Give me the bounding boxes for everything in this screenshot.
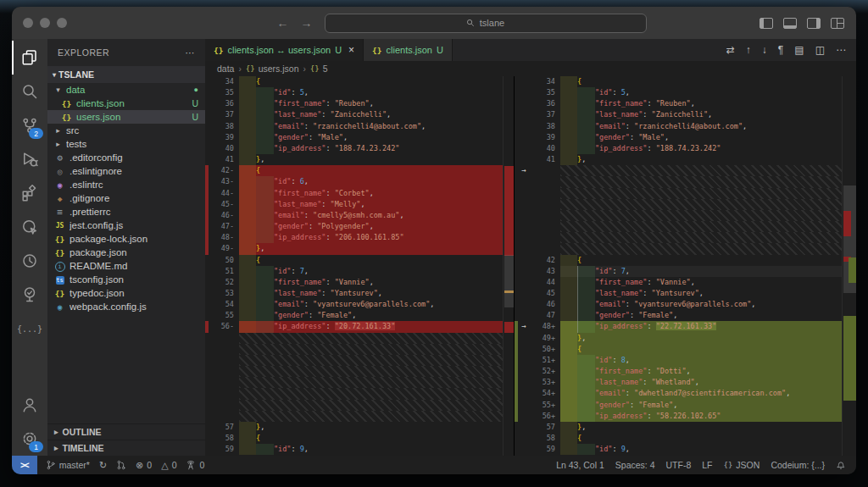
error-status-item[interactable]: ⊗0	[136, 460, 152, 470]
scrollbar-slider[interactable]	[843, 185, 856, 293]
tree-item-tests[interactable]: ▸tests	[47, 137, 205, 151]
diff-filler-line[interactable]: →	[515, 165, 842, 176]
diff-filler-line[interactable]	[515, 210, 842, 221]
diff-filler-line[interactable]	[205, 411, 503, 422]
sync-status-item[interactable]: ↻	[99, 461, 107, 470]
diff-filler-line[interactable]	[205, 333, 503, 344]
diff-line-right-43[interactable]: 43"id": 7,	[515, 266, 842, 277]
diff-filler-line[interactable]	[515, 176, 842, 187]
diff-filler-line[interactable]	[205, 366, 503, 377]
open-file-icon[interactable]: ▤	[794, 45, 804, 55]
settings-gear-icon[interactable]: 1	[12, 422, 47, 456]
diff-line-right-51[interactable]: 51+"id": 8,	[515, 355, 842, 366]
bell-status-item[interactable]	[836, 460, 846, 470]
status-status-item[interactable]: Codeium: {...}	[771, 460, 825, 470]
diff-line-left-53[interactable]: 53"last_name": "Yantsurev",	[205, 288, 503, 299]
diff-line-right-58[interactable]: 58{	[515, 433, 842, 444]
tree-item-data[interactable]: ▾data●	[47, 83, 205, 97]
pr-status-item[interactable]	[116, 460, 126, 470]
next-change-icon[interactable]: ↓	[762, 45, 767, 55]
diff-line-left-57[interactable]: 57},	[205, 422, 503, 433]
diff-line-left-47[interactable]: 47-"gender": "Polygender",	[205, 221, 503, 232]
diff-line-left-34[interactable]: 34{	[205, 76, 503, 87]
inline-view-toggle-icon[interactable]: ⇄	[726, 45, 735, 55]
diff-line-left-42[interactable]: 42-{	[205, 165, 503, 176]
todo-tree-icon[interactable]	[12, 278, 47, 312]
diff-line-right-59[interactable]: 59"id": 9,	[515, 444, 842, 455]
diff-line-right-49[interactable]: 49+},	[515, 333, 842, 344]
revert-change-arrow-icon[interactable]: →	[518, 321, 530, 332]
tree-item-src[interactable]: ▸src	[47, 124, 205, 137]
tree-item--eslintrc[interactable]: ◉.eslintrc	[47, 178, 205, 191]
source-control-icon[interactable]: 2	[12, 108, 47, 142]
diff-line-left-54[interactable]: 54"email": "vyantsurev6@parallels.com",	[205, 299, 503, 310]
diff-line-right-36[interactable]: 36"first_name": "Reuben",	[515, 98, 842, 109]
tree-item--eslintignore[interactable]: ◎.eslintignore	[47, 164, 205, 178]
diff-filler-line[interactable]	[515, 199, 842, 210]
run-debug-icon[interactable]	[12, 142, 47, 176]
diff-line-right-48[interactable]: →48+"ip_address": "22.72.161.33"	[515, 321, 842, 332]
diff-filler-line[interactable]	[205, 344, 503, 355]
tree-item--gitignore[interactable]: ◆.gitignore	[47, 191, 205, 205]
accounts-icon[interactable]	[12, 388, 47, 422]
more-actions-icon[interactable]: ⋯	[836, 45, 846, 55]
history-icon[interactable]	[12, 244, 47, 278]
diff-line-left-36[interactable]: 36"first_name": "Reuben",	[205, 98, 503, 109]
breadcrumb-item-0[interactable]: data	[217, 64, 234, 74]
diff-line-left-49[interactable]: 49-},	[205, 243, 503, 254]
previous-change-icon[interactable]: ↑	[746, 45, 751, 55]
diff-line-right-45[interactable]: 45"last_name": "Yantsurev",	[515, 288, 842, 299]
diff-line-right-57[interactable]: 57},	[515, 422, 842, 433]
tree-item-clients-json[interactable]: {}clients.jsonU	[47, 97, 205, 110]
tree-item-jest-config-js[interactable]: JSjest.config.js	[47, 219, 205, 232]
diff-filler-line[interactable]	[515, 232, 842, 243]
status-status-item[interactable]: UTF-8	[666, 460, 692, 470]
scrollbar-slider[interactable]	[504, 255, 514, 307]
codeium-icon[interactable]: {...}	[12, 312, 47, 346]
command-center-search[interactable]: tslane	[325, 14, 647, 33]
diff-filler-line[interactable]	[515, 221, 842, 232]
toggle-secondary-sidebar-icon[interactable]	[807, 18, 821, 29]
maximize-window-button[interactable]	[57, 18, 67, 28]
diff-filler-line[interactable]	[205, 400, 503, 411]
breadcrumb-item-1[interactable]: {}users.json	[246, 64, 299, 74]
customize-layout-icon[interactable]	[831, 18, 844, 29]
diff-line-left-46[interactable]: 46-"email": "cmelly5@smh.com.au",	[205, 210, 503, 221]
close-window-button[interactable]	[23, 18, 33, 28]
tree-item-webpack-config-js[interactable]: ◉webpack.config.js	[47, 300, 205, 313]
diff-line-right-41[interactable]: 41},	[515, 154, 842, 165]
tree-item-typedoc-json[interactable]: {}typedoc.json	[47, 286, 205, 300]
diff-line-left-56[interactable]: 56-"ip_address": "20.72.161.33"	[205, 321, 503, 332]
timeline-section[interactable]: ▸TIMELINE	[47, 440, 205, 456]
search-icon[interactable]	[12, 75, 47, 108]
diff-line-right-34[interactable]: 34{	[515, 76, 842, 87]
diff-filler-line[interactable]	[205, 377, 503, 388]
tree-item--prettierrc[interactable]: ≡.prettierrc	[47, 205, 205, 219]
breadcrumb-item-2[interactable]: {}5	[310, 64, 328, 74]
diff-line-right-54[interactable]: 54+"email": "dwhetland7@scientificameric…	[515, 388, 842, 399]
render-whitespace-icon[interactable]: ¶	[778, 45, 783, 55]
overview-ruler-left[interactable]	[503, 76, 514, 456]
diff-line-left-58[interactable]: 58{	[205, 433, 503, 444]
diff-line-right-46[interactable]: 46"email": "vyantsurev6@parallels.com",	[515, 299, 842, 310]
split-editor-icon[interactable]: ◫	[815, 45, 825, 55]
diff-line-left-38[interactable]: 38"email": "rzanicchelli4@about.com",	[205, 121, 503, 132]
tower-status-item[interactable]: 0	[186, 460, 204, 470]
diff-line-left-39[interactable]: 39"gender": "Male",	[205, 132, 503, 143]
diff-line-right-56[interactable]: 56+"ip_address": "58.226.102.65"	[515, 411, 842, 422]
diff-line-left-37[interactable]: 37"last_name": "Zanicchelli",	[205, 109, 503, 120]
diff-line-left-45[interactable]: 45-"last_name": "Melly",	[205, 199, 503, 210]
tree-item-tsconfig-json[interactable]: tstsconfig.json	[47, 273, 205, 286]
workspace-root-folder[interactable]: ▾ TSLANE	[47, 66, 205, 83]
diff-line-right-53[interactable]: 53+"last_name": "Whetland",	[515, 377, 842, 388]
diff-line-left-35[interactable]: 35"id": 5,	[205, 87, 503, 98]
status-status-item[interactable]: Ln 43, Col 1	[556, 460, 604, 470]
diff-line-left-59[interactable]: 59"id": 9,	[205, 444, 503, 455]
diff-line-left-48[interactable]: 48-"ip_address": "206.100.161.85"	[205, 232, 503, 243]
tree-item-readme-md[interactable]: iREADME.md	[47, 259, 205, 273]
diff-filler-line[interactable]	[515, 243, 842, 254]
revert-change-arrow-icon[interactable]: →	[518, 165, 530, 176]
diff-line-left-40[interactable]: 40"ip_address": "188.74.23.242"	[205, 143, 503, 154]
branch-status-item[interactable]: master*	[46, 460, 90, 470]
editor-tab-0[interactable]: {}clients.json ↔ users.jsonU×	[205, 39, 364, 61]
